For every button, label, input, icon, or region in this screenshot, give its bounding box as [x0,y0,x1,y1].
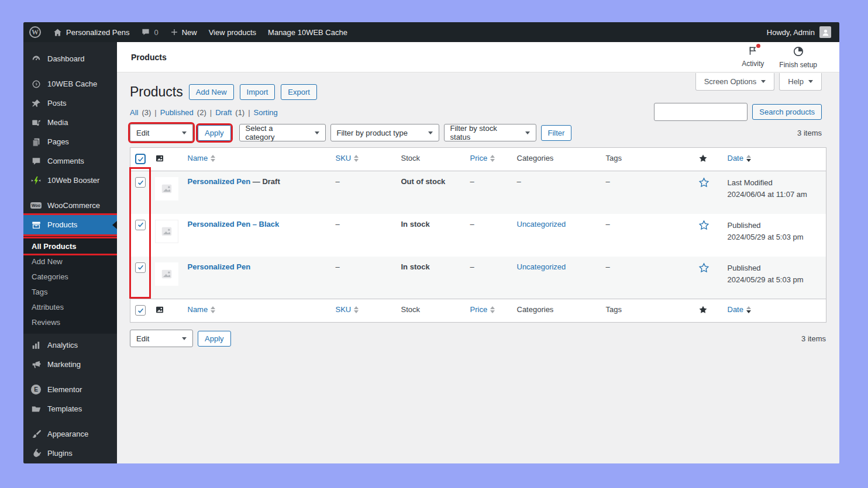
sidebar-item-templates[interactable]: Templates [23,399,117,418]
sort-price-header[interactable]: Price [470,305,508,314]
apply-button-bottom[interactable]: Apply [198,331,231,347]
screenshot-frame: W Personalized Pens 0 New View products … [0,0,868,488]
chevron-down-icon [182,337,187,340]
sku-cell: – [331,171,397,214]
select-all-checkbox-bottom[interactable] [135,305,146,316]
folder-icon [30,404,42,414]
stock-status-filter-select[interactable]: Filter by stock status [444,124,536,141]
page-title: Products [130,84,183,100]
filter-button[interactable]: Filter [541,125,572,141]
view-products-link[interactable]: View products [203,22,262,42]
sidebar-item-pages[interactable]: Pages [23,132,117,151]
howdy-account-link[interactable]: Howdy, Admin [767,28,815,37]
sidebar-item-cutoff[interactable] [23,463,117,463]
product-name-link[interactable]: Personalized Pen [188,177,251,186]
import-button[interactable]: Import [240,84,275,100]
view-draft-link[interactable]: Draft [215,108,232,117]
screen-options-tab[interactable]: Screen Options [695,73,775,91]
sort-date-header[interactable]: Date [728,154,822,162]
submenu-attributes[interactable]: Attributes [23,299,117,314]
scrollbar-thumb[interactable] [833,47,838,63]
sidebar-item-dashboard[interactable]: Dashboard [23,49,117,68]
main-content: Products Activity Finish setup [117,42,839,463]
sidebar-item-woocommerce[interactable]: Woo WooCommerce [23,196,117,215]
bulk-action-select-bottom[interactable]: Edit [130,330,193,347]
bulk-action-select[interactable]: Edit [130,124,193,141]
sort-sku-header[interactable]: SKU [336,305,392,314]
sidebar-item-comments[interactable]: Comments [23,151,117,171]
sidebar-item-analytics[interactable]: Analytics [23,335,117,355]
avatar[interactable] [819,26,831,38]
sidebar-item-elementor[interactable]: E Elementor [23,380,117,399]
manage-cache-link[interactable]: Manage 10WEB Cache [262,22,353,42]
sort-date-header[interactable]: Date [728,305,822,314]
tags-cell: – [601,171,694,214]
date-cell: Last Modified2024/06/04 at 11:07 am [723,171,826,214]
image-column-icon [155,156,164,165]
sidebar-item-plugins[interactable]: Plugins [23,444,117,463]
category-filter-select[interactable]: Select a category [239,124,326,141]
submenu-reviews[interactable]: Reviews [23,314,117,330]
site-name-link[interactable]: Personalized Pens [47,22,135,42]
product-name-link[interactable]: Personalized Pen [188,262,251,271]
sort-name-header[interactable]: Name [188,305,326,314]
product-name-link[interactable]: Personalized Pen – Black [188,220,280,229]
help-tab[interactable]: Help [779,73,822,91]
row-checkbox[interactable] [135,262,146,273]
category-link[interactable]: Uncategorized [517,262,566,271]
analytics-bars-icon [30,340,42,351]
wordpress-logo-icon: W [29,26,41,38]
table-row[interactable]: Personalized Pen — Draft – Out of stock … [130,171,826,214]
product-thumbnail[interactable] [155,177,178,200]
row-checkbox[interactable] [135,220,146,230]
search-products-input[interactable] [654,103,748,121]
image-column-icon [155,307,164,316]
tags-cell: – [601,214,694,257]
finish-setup-button[interactable]: Finish setup [779,46,817,69]
sidebar-item-products[interactable]: Products [23,215,117,234]
sidebar-item-media[interactable]: Media [23,113,117,132]
submenu-all-products[interactable]: All Products [23,238,117,254]
row-checkbox[interactable] [135,177,146,188]
submenu-categories[interactable]: Categories [23,269,117,284]
stock-cell: In stock [397,214,466,257]
plus-icon [170,28,178,36]
featured-star-icon[interactable] [698,177,709,188]
category-link[interactable]: Uncategorized [517,220,566,229]
sort-name-header[interactable]: Name [188,154,326,162]
product-thumbnail[interactable] [155,220,178,243]
search-products-button[interactable]: Search products [752,104,822,120]
view-all-link[interactable]: All [130,108,138,117]
tags-header: Tags [606,154,622,162]
sidebar-item-10web-booster[interactable]: 10Web Booster [23,171,117,190]
comments-admin-bar-button[interactable]: 0 [135,22,164,42]
sidebar-item-marketing[interactable]: Marketing [23,355,117,374]
submenu-add-new[interactable]: Add New [23,254,117,269]
export-button[interactable]: Export [281,84,317,100]
megaphone-icon [30,359,42,370]
price-cell: – [466,257,512,299]
view-published-link[interactable]: Published [160,108,194,117]
featured-star-icon[interactable] [698,262,709,274]
activity-button[interactable]: Activity [742,46,764,69]
featured-star-icon[interactable] [698,220,709,231]
submenu-tags[interactable]: Tags [23,284,117,299]
sidebar-item-10web-cache[interactable]: 10WEB Cache [23,74,117,94]
apply-button[interactable]: Apply [198,125,231,141]
product-thumbnail[interactable] [155,262,178,286]
items-count-top: 3 items [797,129,822,137]
view-sorting-link[interactable]: Sorting [254,108,278,117]
sort-price-header[interactable]: Price [470,154,508,162]
sidebar-item-posts[interactable]: Posts [23,94,117,113]
sort-sku-header[interactable]: SKU [336,154,392,162]
current-menu-arrow [112,221,117,229]
wordpress-menu-button[interactable]: W [23,22,47,42]
sidebar-item-appearance[interactable]: Appearance [23,424,117,444]
add-new-button[interactable]: Add New [189,84,234,100]
post-state: — Draft [253,177,280,186]
table-row[interactable]: Personalized Pen – Black – In stock – Un… [130,214,826,257]
new-content-button[interactable]: New [164,22,203,42]
table-row[interactable]: Personalized Pen – In stock – Uncategori… [130,257,826,299]
product-type-filter-select[interactable]: Filter by product type [330,124,439,141]
select-all-checkbox[interactable] [135,154,146,164]
